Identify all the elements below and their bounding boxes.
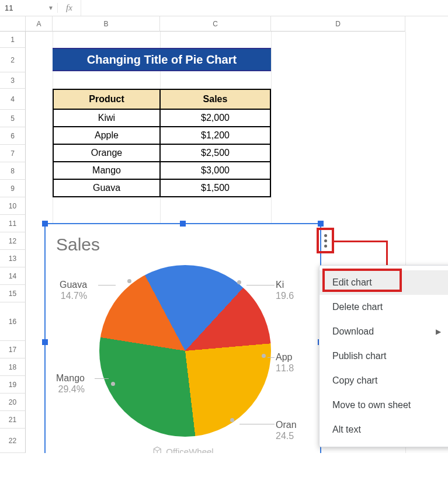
- leader-dot: [237, 280, 241, 284]
- row-header[interactable]: 18: [0, 358, 26, 376]
- row-header[interactable]: 1: [0, 32, 26, 48]
- table-cell[interactable]: $2,000: [160, 109, 270, 127]
- row-header[interactable]: 6: [0, 127, 26, 145]
- watermark: OfficeWheel: [152, 446, 213, 453]
- row-headers: 1 2 3 4 5 6 7 8 9 10 11 12 13 14 15 16 1…: [0, 32, 26, 453]
- resize-handle[interactable]: [42, 339, 48, 345]
- leader-line: [268, 357, 275, 358]
- menu-item-delete-chart[interactable]: Delete chart: [319, 295, 448, 319]
- row-header[interactable]: 20: [0, 394, 26, 411]
- table-cell[interactable]: $2,500: [160, 144, 270, 162]
- hexagon-icon: [152, 446, 162, 453]
- table-cell[interactable]: $1,500: [160, 179, 270, 197]
- data-table: Product Sales Kiwi $2,000 Apple $1,200 O…: [53, 89, 271, 197]
- menu-item-copy-chart[interactable]: Copy chart: [319, 368, 448, 393]
- col-header-a[interactable]: A: [26, 16, 53, 32]
- row-header[interactable]: 3: [0, 72, 26, 89]
- row-header[interactable]: 16: [0, 302, 26, 341]
- submenu-arrow-icon: ▶: [436, 328, 441, 336]
- row-header[interactable]: 14: [0, 267, 26, 285]
- table-row: Apple $1,200: [53, 127, 270, 144]
- menu-item-download[interactable]: Download▶: [319, 319, 448, 344]
- leader-line: [95, 378, 109, 379]
- cells-area[interactable]: Changing Title of Pie Chart Product Sale…: [26, 32, 448, 453]
- chart-context-menu: Edit chart Delete chart Download▶ Publis…: [319, 265, 448, 447]
- col-header-c[interactable]: C: [160, 16, 271, 32]
- menu-item-publish-chart[interactable]: Publish chart: [319, 344, 448, 368]
- row-header[interactable]: 8: [0, 162, 26, 180]
- col-header-b[interactable]: B: [53, 16, 160, 32]
- formula-bar: 11 ▼ fx: [0, 0, 448, 16]
- resize-handle[interactable]: [180, 221, 186, 227]
- table-row: Orange $2,500: [53, 144, 270, 162]
- slice-label-orange: Oran 24.5: [276, 419, 297, 441]
- col-header-d[interactable]: D: [271, 16, 405, 32]
- slice-label-kiwi: Ki 19.6: [276, 279, 294, 301]
- slice-label-apple: App 11.8: [276, 351, 294, 374]
- row-header[interactable]: 15: [0, 285, 26, 302]
- cell-reference: 11: [5, 4, 13, 12]
- table-row: Guava $1,500: [53, 179, 270, 197]
- menu-item-move-to-own-sheet[interactable]: Move to own sheet: [319, 393, 448, 417]
- table-cell[interactable]: $3,000: [160, 162, 270, 179]
- leader-line: [98, 285, 116, 285]
- leader-dot: [111, 382, 115, 386]
- page-title: Changing Title of Pie Chart: [53, 48, 271, 71]
- row-header[interactable]: 13: [0, 250, 26, 267]
- row-header[interactable]: 2: [0, 48, 26, 72]
- select-all-corner[interactable]: [0, 16, 26, 32]
- table-header-row: Product Sales: [53, 89, 270, 109]
- row-header[interactable]: 19: [0, 376, 26, 394]
- resize-handle[interactable]: [42, 221, 48, 227]
- slice-label-mango: Mango 29.4%: [56, 372, 85, 395]
- kebab-icon: [324, 234, 327, 248]
- row-header[interactable]: 22: [0, 429, 26, 453]
- pie-chart: Guava 14.7% Ki 19.6 App 11.8: [99, 265, 271, 437]
- leader-dot: [262, 354, 266, 358]
- leader-line: [246, 285, 275, 285]
- row-header[interactable]: 9: [0, 180, 26, 197]
- table-cell[interactable]: Mango: [53, 162, 160, 179]
- slice-label-guava: Guava 14.7%: [60, 279, 87, 301]
- chart-title[interactable]: Sales: [56, 235, 100, 255]
- embedded-chart[interactable]: Sales Guava 14.7% Ki 19.6: [44, 223, 321, 453]
- table-cell[interactable]: Guava: [53, 179, 160, 197]
- row-header[interactable]: 17: [0, 341, 26, 358]
- table-cell[interactable]: Kiwi: [53, 109, 160, 127]
- divider: [81, 0, 81, 16]
- row-header[interactable]: 7: [0, 145, 26, 162]
- table-cell[interactable]: Apple: [53, 127, 160, 144]
- menu-item-edit-chart[interactable]: Edit chart: [319, 270, 448, 295]
- leader-line: [239, 424, 275, 424]
- table-cell[interactable]: Orange: [53, 144, 160, 162]
- row-header[interactable]: 10: [0, 197, 26, 215]
- resize-handle[interactable]: [318, 221, 324, 227]
- leader-dot: [230, 418, 234, 422]
- table-header: Sales: [160, 89, 270, 109]
- spreadsheet-grid: A B C D 1 2 3 4 5 6 7 8 9 10 11 12 13 14…: [0, 16, 448, 453]
- table-cell[interactable]: $1,200: [160, 127, 270, 144]
- table-row: Mango $3,000: [53, 162, 270, 179]
- table-row: Kiwi $2,000: [53, 109, 270, 127]
- row-header[interactable]: 12: [0, 232, 26, 250]
- pie-slices[interactable]: [99, 265, 271, 437]
- table-header: Product: [53, 89, 160, 109]
- fx-label: fx: [57, 3, 81, 13]
- row-header[interactable]: 21: [0, 411, 26, 429]
- name-box[interactable]: 11 ▼: [0, 4, 57, 12]
- menu-item-alt-text[interactable]: Alt text: [319, 417, 448, 442]
- chart-options-button[interactable]: [317, 228, 334, 253]
- name-box-dropdown-icon[interactable]: ▼: [48, 5, 54, 11]
- column-headers: A B C D: [0, 16, 448, 32]
- leader-dot: [127, 279, 131, 283]
- row-header[interactable]: 11: [0, 215, 26, 232]
- row-header[interactable]: 5: [0, 110, 26, 127]
- row-header[interactable]: 4: [0, 89, 26, 110]
